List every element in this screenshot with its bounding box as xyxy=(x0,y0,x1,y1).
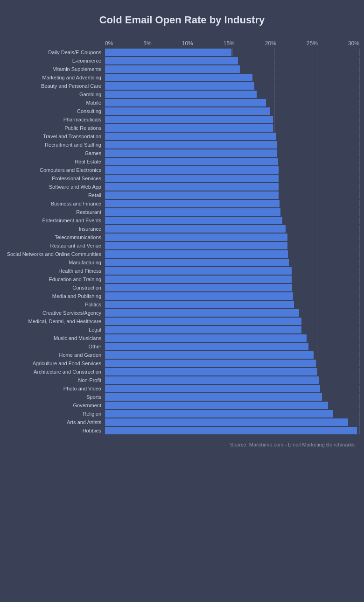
table-row: Daily Deals/E-Coupons xyxy=(5,49,359,56)
bar-label: Hobbies xyxy=(5,427,105,434)
axis-labels-row: 0%5%10%15%20%25%30% xyxy=(5,40,359,47)
table-row: Real Estate xyxy=(5,158,359,165)
bar-track xyxy=(105,250,359,258)
table-row: Medical, Dental, and Healthcare xyxy=(5,318,359,325)
bar-fill xyxy=(105,133,276,140)
bar-fill xyxy=(105,49,231,56)
bar-track xyxy=(105,343,359,350)
bars-container: Daily Deals/E-CouponsE-commerceVitamin S… xyxy=(5,49,359,435)
bar-track xyxy=(105,208,359,216)
bar-fill xyxy=(105,166,279,174)
bar-fill xyxy=(105,368,317,375)
source-text: Source: Mailchimp.com - Email Marketing … xyxy=(5,442,359,447)
bar-track xyxy=(105,376,359,384)
bar-fill xyxy=(105,393,322,401)
table-row: Consulting xyxy=(5,107,359,115)
table-row: Health and Fitness xyxy=(5,267,359,275)
table-row: Marketing and Advertising xyxy=(5,74,359,81)
bar-label: Telecommunications xyxy=(5,234,105,241)
table-row: Non-Profit xyxy=(5,376,359,384)
bar-track xyxy=(105,284,359,291)
bar-track xyxy=(105,74,359,81)
bar-label: Health and Fitness xyxy=(5,268,105,274)
bar-fill xyxy=(105,385,320,392)
bar-label: Recruitment and Staffing xyxy=(5,142,105,148)
bar-fill xyxy=(105,141,277,149)
bar-fill xyxy=(105,82,254,90)
bar-label: Mobile xyxy=(5,99,105,106)
bar-track xyxy=(105,418,359,426)
bar-track xyxy=(105,351,359,359)
table-row: Professional Services xyxy=(5,175,359,182)
bar-fill xyxy=(105,309,299,317)
table-row: Pharmaceuticals xyxy=(5,116,359,123)
bar-track xyxy=(105,57,359,64)
table-row: Mobile xyxy=(5,99,359,106)
table-row: Social Networks and Online Communities xyxy=(5,250,359,258)
axis-label: 15% xyxy=(224,40,235,47)
bar-fill xyxy=(105,175,279,182)
bar-fill xyxy=(105,107,270,115)
bar-label: Medical, Dental, and Healthcare xyxy=(5,318,105,325)
table-row: Architecture and Construction xyxy=(5,368,359,375)
bar-track xyxy=(105,124,359,132)
table-row: Gambling xyxy=(5,91,359,98)
bar-label: Insurance xyxy=(5,226,105,232)
bar-track xyxy=(105,385,359,392)
bar-fill xyxy=(105,427,357,434)
bar-track xyxy=(105,49,359,56)
bar-track xyxy=(105,225,359,233)
bar-track xyxy=(105,360,359,367)
bar-label: Consulting xyxy=(5,108,105,114)
bar-label: Public Relations xyxy=(5,125,105,131)
bar-label: Restaurant xyxy=(5,209,105,215)
bar-fill xyxy=(105,326,301,333)
bar-label: Photo and Video xyxy=(5,385,105,392)
bar-track xyxy=(105,334,359,342)
bar-label: Sports xyxy=(5,394,105,400)
bar-track xyxy=(105,276,359,283)
axis-label: 25% xyxy=(307,40,318,47)
bar-track xyxy=(105,82,359,90)
table-row: Vitamin Supplements xyxy=(5,65,359,73)
bar-label: Computers and Electronics xyxy=(5,167,105,173)
bar-label: Gambling xyxy=(5,91,105,98)
bar-track xyxy=(105,133,359,140)
table-row: Computers and Electronics xyxy=(5,166,359,174)
table-row: E-commerce xyxy=(5,57,359,64)
table-row: Music and Musicians xyxy=(5,334,359,342)
bar-fill xyxy=(105,57,238,64)
bar-label: Real Estate xyxy=(5,158,105,165)
table-row: Beauty and Personal Care xyxy=(5,82,359,90)
bar-label: Manufacturing xyxy=(5,259,105,266)
bar-track xyxy=(105,267,359,275)
table-row: Recruitment and Staffing xyxy=(5,141,359,149)
bar-label: Daily Deals/E-Coupons xyxy=(5,49,105,56)
bar-label: Education and Training xyxy=(5,276,105,283)
bar-track xyxy=(105,91,359,98)
bar-label: Games xyxy=(5,150,105,156)
axis-label: 0% xyxy=(105,40,113,47)
bar-track xyxy=(105,183,359,191)
bar-label: E-commerce xyxy=(5,57,105,64)
bar-fill xyxy=(105,91,257,98)
bar-track xyxy=(105,166,359,174)
bar-track xyxy=(105,427,359,434)
bar-fill xyxy=(105,183,279,191)
bar-label: Non-Profit xyxy=(5,377,105,383)
bar-track xyxy=(105,149,359,157)
bar-fill xyxy=(105,74,252,81)
bar-track xyxy=(105,99,359,106)
bar-label: Software and Web App xyxy=(5,184,105,190)
bar-track xyxy=(105,175,359,182)
bar-track xyxy=(105,191,359,199)
bar-track xyxy=(105,65,359,73)
table-row: Restaurant xyxy=(5,208,359,216)
bar-fill xyxy=(105,410,333,418)
bar-label: Vitamin Supplements xyxy=(5,66,105,72)
bar-label: Religion xyxy=(5,411,105,417)
bar-label: Media and Publishing xyxy=(5,293,105,299)
bar-label: Pharmaceuticals xyxy=(5,116,105,123)
table-row: Government xyxy=(5,402,359,409)
bar-fill xyxy=(105,200,280,207)
